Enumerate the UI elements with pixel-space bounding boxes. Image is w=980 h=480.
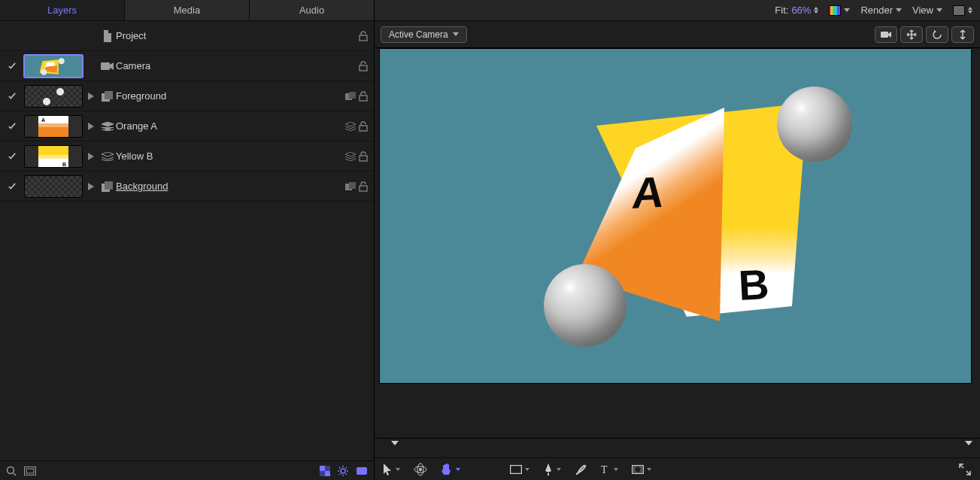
lock-icon[interactable] bbox=[359, 31, 368, 41]
clip-icon[interactable] bbox=[356, 466, 368, 475]
layer-thumbnail[interactable] bbox=[24, 85, 83, 108]
group-icon bbox=[99, 91, 116, 102]
layer-thumbnail[interactable]: B bbox=[24, 145, 83, 168]
gear-icon[interactable] bbox=[338, 466, 348, 476]
svg-point-4 bbox=[59, 58, 65, 64]
layer-thumbnail[interactable] bbox=[24, 55, 83, 77]
orbit-control-button[interactable] bbox=[926, 26, 948, 43]
disclosure-icon[interactable] bbox=[83, 93, 99, 100]
svg-point-33 bbox=[341, 469, 345, 473]
lock-icon[interactable] bbox=[359, 181, 368, 192]
svg-rect-19 bbox=[38, 155, 68, 159]
3d-transform-tool[interactable] bbox=[414, 463, 427, 476]
layer-row-camera[interactable]: Camera bbox=[0, 51, 374, 81]
disclosure-icon[interactable] bbox=[83, 183, 99, 190]
layout-menu[interactable] bbox=[953, 5, 972, 16]
svg-line-41 bbox=[346, 467, 347, 469]
chevron-down-icon bbox=[396, 468, 400, 471]
svg-point-7 bbox=[56, 88, 64, 96]
svg-rect-31 bbox=[325, 466, 330, 471]
svg-rect-6 bbox=[101, 62, 110, 70]
svg-rect-22 bbox=[105, 181, 113, 190]
svg-rect-30 bbox=[325, 471, 330, 476]
svg-point-55 bbox=[636, 466, 641, 472]
hand-tool[interactable] bbox=[441, 463, 460, 476]
layer-thumbnail[interactable] bbox=[24, 175, 83, 198]
visibility-toggle[interactable] bbox=[0, 183, 24, 190]
svg-rect-29 bbox=[320, 466, 325, 471]
visibility-toggle[interactable] bbox=[0, 123, 24, 130]
camera-reset-button[interactable] bbox=[875, 26, 897, 43]
color-channels-menu[interactable] bbox=[829, 5, 850, 16]
svg-rect-12 bbox=[349, 92, 356, 99]
disclosure-icon[interactable] bbox=[83, 153, 99, 160]
blend-icon[interactable] bbox=[345, 92, 356, 101]
lock-icon[interactable] bbox=[359, 61, 368, 71]
brush-tool[interactable] bbox=[575, 463, 587, 475]
lock-icon[interactable] bbox=[359, 91, 368, 102]
layout-swatch-icon bbox=[953, 5, 965, 16]
layers-panel: Layers Media Audio Project bbox=[0, 0, 375, 480]
lock-icon[interactable] bbox=[359, 151, 368, 162]
layer-stack-icon bbox=[99, 152, 116, 161]
checker-icon[interactable] bbox=[320, 466, 330, 476]
select-tool[interactable] bbox=[384, 463, 400, 475]
3d-icon[interactable] bbox=[345, 122, 356, 131]
dolly-control-button[interactable] bbox=[951, 26, 974, 43]
visibility-toggle[interactable] bbox=[0, 93, 24, 100]
svg-rect-14 bbox=[38, 126, 68, 138]
layer-thumbnail[interactable]: A bbox=[24, 115, 83, 138]
tab-media[interactable]: Media bbox=[125, 0, 250, 20]
pan-control-button[interactable] bbox=[900, 26, 923, 43]
letter-a: A bbox=[630, 167, 666, 217]
3d-icon[interactable] bbox=[345, 152, 356, 161]
chevron-down-icon bbox=[936, 8, 942, 12]
svg-rect-10 bbox=[105, 91, 113, 99]
layer-row-yellow-b[interactable]: B Yellow B bbox=[0, 141, 374, 172]
rainbow-swatch-icon bbox=[829, 5, 841, 16]
layer-row-foreground[interactable]: Foreground bbox=[0, 81, 374, 111]
svg-text:A: A bbox=[41, 117, 45, 123]
mask-tool[interactable] bbox=[632, 465, 651, 474]
view-menu[interactable]: View bbox=[912, 5, 942, 16]
sphere-bottom-left bbox=[544, 264, 627, 347]
text-tool[interactable]: T bbox=[600, 464, 618, 475]
viewer-strip: Active Camera bbox=[375, 21, 980, 48]
render-menu[interactable]: Render bbox=[860, 5, 902, 16]
layer-stack-icon bbox=[99, 122, 116, 131]
fit-control[interactable]: Fit: 66% bbox=[775, 5, 818, 16]
visibility-toggle[interactable] bbox=[0, 62, 24, 70]
project-row[interactable]: Project bbox=[0, 21, 374, 51]
chevron-down-icon bbox=[844, 8, 850, 12]
tab-audio[interactable]: Audio bbox=[250, 0, 374, 20]
layer-label: Camera bbox=[116, 60, 332, 71]
canvas[interactable]: A B bbox=[379, 48, 972, 384]
svg-text:B: B bbox=[62, 162, 66, 167]
layer-label: Orange A bbox=[116, 120, 332, 132]
blend-icon[interactable] bbox=[345, 182, 356, 191]
svg-rect-28 bbox=[26, 469, 34, 473]
render-label: Render bbox=[860, 5, 893, 16]
active-camera-menu[interactable]: Active Camera bbox=[381, 26, 467, 43]
disclosure-icon[interactable] bbox=[83, 123, 99, 130]
pen-tool[interactable] bbox=[543, 463, 561, 475]
rectangle-tool[interactable] bbox=[510, 465, 529, 474]
lock-icon[interactable] bbox=[359, 121, 368, 132]
layer-label: Yellow B bbox=[116, 150, 332, 162]
svg-point-5 bbox=[41, 68, 47, 74]
group-icon bbox=[99, 181, 116, 192]
svg-rect-24 bbox=[349, 182, 356, 189]
visibility-toggle[interactable] bbox=[0, 153, 24, 160]
timeline-ruler[interactable] bbox=[375, 438, 980, 457]
chevron-down-icon bbox=[525, 468, 529, 471]
layer-row-orange-a[interactable]: A Orange A bbox=[0, 111, 374, 141]
layer-row-background[interactable]: Background bbox=[0, 172, 374, 202]
tab-layers[interactable]: Layers bbox=[0, 0, 125, 20]
viewer-panel: Fit: 66% Render View Act bbox=[375, 0, 980, 480]
frame-icon[interactable] bbox=[24, 466, 36, 475]
svg-point-8 bbox=[43, 98, 50, 105]
search-icon[interactable] bbox=[6, 466, 17, 476]
svg-point-51 bbox=[419, 468, 422, 471]
tool-toolbar: T bbox=[375, 457, 980, 480]
expand-tool[interactable] bbox=[959, 463, 971, 475]
